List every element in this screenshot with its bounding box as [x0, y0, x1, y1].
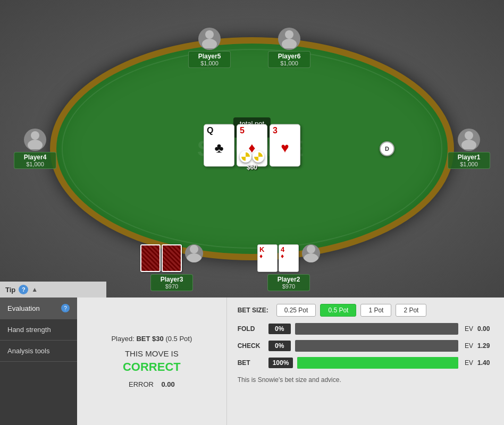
svg-point-6: [465, 131, 473, 140]
played-action: BET $30: [136, 335, 163, 343]
error-label: ERROR: [129, 380, 154, 388]
bet-size-label: BET SIZE:: [238, 307, 272, 314]
player-stack-player6: $1,000: [274, 60, 305, 66]
avatar-player3: [185, 244, 203, 262]
chip-1: [240, 151, 251, 163]
check-bar: [295, 340, 458, 352]
player-name-player4: Player4: [20, 154, 51, 161]
move-correct-text: THIS MOVE IS: [125, 349, 179, 358]
svg-point-3: [282, 39, 297, 48]
player-box-player1: Player1 $1,000: [448, 129, 490, 169]
bet-btn-1pot[interactable]: 1 Pot: [360, 304, 391, 317]
action-name-check: CHECK: [238, 342, 264, 350]
avatar-player4: [24, 129, 46, 151]
bet-bar-fill: [297, 357, 458, 369]
error-text: ERROR 0.00: [129, 380, 175, 388]
action-row-check: CHECK 0% EV 1.29: [238, 340, 493, 352]
community-card-1: Q ♣: [204, 124, 234, 167]
error-value: 0.00: [161, 380, 174, 388]
check-ev-value: 1.29: [477, 342, 493, 350]
sidebar: Evaluation ? Hand strength Analysis tool…: [0, 298, 77, 425]
player-info-player3: Player3 $970: [150, 274, 193, 291]
player2-cards: K ♦ 4 ♦: [257, 244, 320, 272]
correct-label: CORRECT: [123, 360, 181, 374]
sidebar-analysis-tools-label: Analysis tools: [7, 347, 49, 355]
played-prefix: Played:: [111, 335, 134, 343]
fold-ev-label: EV: [463, 325, 473, 333]
player-info-player4: Player4 $1,000: [14, 152, 56, 169]
svg-point-2: [285, 30, 293, 39]
check-pct: 0%: [268, 341, 291, 351]
player-name-player6: Player6: [274, 53, 305, 60]
chips-amount: $60: [247, 164, 257, 171]
analysis-area: BET SIZE: 0.25 Pot 0.5 Pot 1 Pot 2 Pot F…: [227, 298, 504, 425]
poker-table: SNOWIE total pot $60 Q ♣ 5 ♦ 3 ♥: [50, 37, 454, 260]
sidebar-item-evaluation[interactable]: Evaluation ?: [0, 298, 77, 319]
player-name-player1: Player1: [453, 154, 484, 161]
player3-card-1: [140, 244, 161, 272]
player3-card-2: [162, 244, 182, 272]
svg-point-9: [187, 253, 201, 262]
player-name-player5: Player5: [194, 53, 225, 60]
avatar-player1: [458, 129, 480, 151]
dealer-button: D: [380, 141, 394, 156]
chips-center: $60: [240, 151, 264, 171]
played-text: Played: BET $30 (0.5 Pot): [111, 335, 192, 343]
bet-pct: 100%: [268, 358, 293, 368]
player-stack-player5: $1,000: [194, 60, 225, 66]
player-info-player6: Player6 $1,000: [268, 51, 310, 68]
sidebar-item-hand-strength[interactable]: Hand strength: [0, 319, 77, 341]
fold-bar: [295, 323, 458, 335]
svg-point-10: [307, 245, 315, 253]
sidebar-item-analysis-tools[interactable]: Analysis tools: [0, 341, 77, 362]
tip-chevron-icon[interactable]: ▲: [31, 286, 38, 293]
player-name-player2: Player2: [273, 276, 304, 283]
player-box-player2: K ♦ 4 ♦ Player2 $970: [257, 244, 320, 291]
tip-label: Tip: [5, 286, 15, 294]
bet-size-row: BET SIZE: 0.25 Pot 0.5 Pot 1 Pot 2 Pot: [238, 304, 493, 317]
avatar-player6: [278, 28, 300, 50]
player-stack-player2: $970: [273, 283, 304, 290]
player-info-player5: Player5 $1,000: [188, 51, 231, 68]
svg-point-1: [202, 39, 217, 48]
table-area: SNOWIE total pot $60 Q ♣ 5 ♦ 3 ♥: [0, 0, 504, 298]
svg-point-11: [304, 253, 318, 262]
svg-point-0: [205, 30, 214, 39]
player2-card-4: 4 ♦: [279, 244, 299, 272]
player-info-player1: Player1 $1,000: [448, 152, 490, 169]
bet-btn-2pot[interactable]: 2 Pot: [396, 304, 426, 317]
tip-help-icon[interactable]: ?: [19, 285, 28, 294]
bet-ev-label: EV: [463, 359, 473, 367]
action-row-fold: FOLD 0% EV 0.00: [238, 323, 493, 335]
evaluation-area: Played: BET $30 (0.5 Pot) THIS MOVE IS C…: [77, 298, 227, 425]
player3-cards: [140, 244, 203, 272]
player-name-player3: Player3: [156, 276, 187, 283]
chip-2: [253, 151, 264, 163]
avatar-player2: [302, 244, 320, 262]
bet-btn-025pot[interactable]: 0.25 Pot: [276, 304, 316, 317]
sidebar-hand-strength-label: Hand strength: [7, 326, 51, 334]
tip-bar: Tip ? ▲: [0, 282, 106, 298]
sidebar-evaluation-label: Evaluation: [7, 304, 40, 312]
sidebar-help-icon[interactable]: ?: [61, 304, 70, 312]
played-detail: (0.5 Pot): [165, 335, 192, 343]
svg-point-7: [461, 140, 476, 149]
player-stack-player1: $1,000: [453, 161, 484, 167]
fold-ev-value: 0.00: [477, 325, 493, 333]
player-box-player4: Player4 $1,000: [14, 129, 56, 169]
avatar-player5: [198, 28, 221, 50]
bet-bar: [297, 357, 458, 369]
bet-btn-05pot[interactable]: 0.5 Pot: [320, 304, 356, 317]
player-box-player5: Player5 $1,000: [188, 28, 231, 68]
player-box-player6: Player6 $1,000: [268, 28, 310, 68]
player-stack-player4: $1,000: [20, 161, 51, 167]
bet-ev-value: 1.40: [477, 359, 493, 367]
player-box-player3: Player3 $970: [140, 244, 203, 291]
community-card-3: 3 ♥: [270, 124, 300, 167]
action-row-bet: BET 100% EV 1.40: [238, 357, 493, 369]
svg-point-8: [190, 245, 198, 253]
player2-card-k: K ♦: [257, 244, 278, 272]
fold-pct: 0%: [268, 324, 291, 334]
check-ev-label: EV: [463, 342, 473, 350]
svg-point-4: [31, 131, 39, 140]
